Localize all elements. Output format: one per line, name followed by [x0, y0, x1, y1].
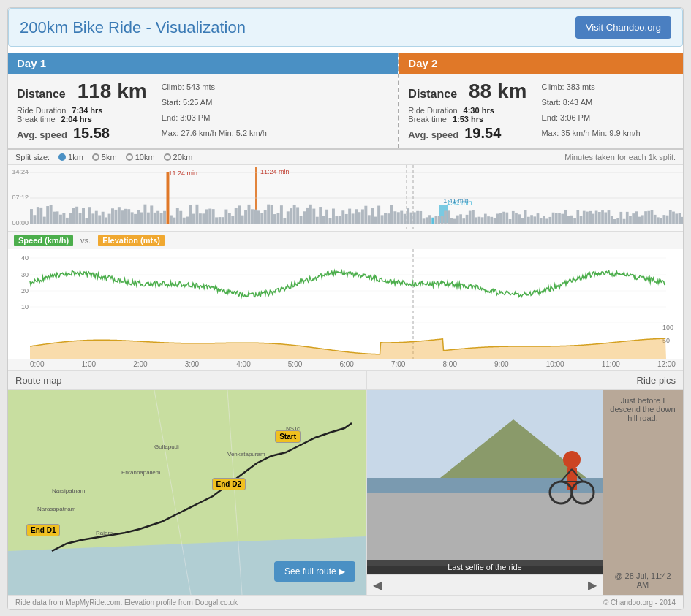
radio-5km-icon	[92, 153, 99, 161]
time-1: 1:00	[82, 360, 96, 368]
marker-end-d1: End D1	[26, 524, 60, 536]
legend-vs: vs.	[80, 236, 91, 245]
day1-distance-value: 118 km	[78, 80, 147, 103]
time-0: 0:00	[30, 360, 44, 368]
ride-pics-header: Ride pics	[367, 371, 683, 390]
day1-break-value: 2:04 hrs	[61, 115, 92, 123]
day1-climb: Climb: 543 mts	[162, 80, 267, 95]
day1-distance-label: Distance	[17, 88, 66, 101]
radio-1km-icon	[58, 153, 66, 161]
time-8: 8:00	[443, 360, 457, 368]
route-map-header: Route map	[8, 371, 366, 390]
time-7: 7:00	[391, 360, 405, 368]
see-full-route-button[interactable]: See full route ▶	[274, 561, 355, 582]
day1-start: Start: 5:25 AM	[162, 95, 267, 110]
svg-text:Erkannapallem: Erkannapallem	[121, 469, 161, 476]
day2-ride-dur-label: Ride Duration	[408, 106, 457, 115]
pic-nav[interactable]: ◀ ▶	[367, 574, 603, 595]
split-controls: Split size: 1km 5km 10km 20km Minutes ta…	[8, 150, 683, 165]
svg-rect-25	[367, 493, 603, 566]
day1-break-label: Break time	[17, 115, 56, 123]
time-5: 5:00	[288, 360, 302, 368]
day2-end: End: 3:06 PM	[541, 110, 640, 126]
day2-distance-block: Distance 88 km Ride Duration4:30 hrs Bre…	[408, 80, 526, 142]
day1-ride-dur-label: Ride Duration	[17, 106, 66, 115]
cyclist-photo-placeholder	[367, 390, 603, 566]
time-10: 10:00	[546, 360, 564, 368]
day2-maxmin: Max: 35 km/h Min: 9.9 km/h	[541, 126, 640, 141]
day1-avg-speed-value: 15.58	[73, 125, 110, 142]
pic-main-wrapper: Last selfie of the ride ◀ ▶	[367, 390, 603, 595]
day2-avg-speed-value: 19.54	[464, 125, 501, 142]
chart-legend: Speed (km/h) vs. Elevation (mts)	[8, 232, 683, 249]
day2-ride-dur-value: 4:30 hrs	[464, 106, 494, 115]
day2-distance-label: Distance	[408, 88, 457, 101]
pics-container: Last selfie of the ride ◀ ▶ Just before …	[367, 390, 683, 595]
day2-start: Start: 8:43 AM	[541, 95, 640, 110]
visit-chandoo-button[interactable]: Visit Chandoo.org	[575, 16, 671, 39]
marker-start: Start	[275, 430, 301, 443]
day1-distance-block: Distance 118 km Ride Duration7:34 hrs Br…	[17, 80, 147, 142]
pic-prev-icon[interactable]: ◀	[373, 578, 382, 592]
time-12: 12:00	[657, 360, 676, 368]
stats-panels: Day 1 Distance 118 km Ride Duration7:34 …	[8, 53, 683, 150]
footer: Ride data from MapMyRide.com. Elevation …	[8, 595, 683, 609]
pic-main: Last selfie of the ride	[367, 390, 603, 574]
time-4: 4:00	[236, 360, 250, 368]
route-map-panel: Route map Narasapatnam	[8, 371, 367, 595]
legend-speed: Speed (km/h)	[14, 235, 73, 246]
day1-end: End: 3:03 PM	[162, 110, 267, 126]
day2-header: Day 2	[399, 53, 683, 74]
footer-right: © Chandoo.org - 2014	[603, 598, 676, 607]
time-11: 11:00	[602, 360, 620, 368]
svg-text:Narsipatnam: Narsipatnam	[52, 487, 86, 494]
time-2: 2:00	[133, 360, 147, 368]
split-label: Split size:	[15, 153, 50, 161]
split-20km[interactable]: 20km	[164, 153, 193, 161]
split-1km[interactable]: 1km	[58, 153, 83, 161]
speed-elev-chart-canvas	[8, 249, 684, 359]
day2-panel: Day 2 Distance 88 km Ride Duration4:30 h…	[399, 53, 683, 148]
pic-caption: Last selfie of the ride	[367, 560, 603, 574]
speed-elev-chart-container	[8, 249, 683, 359]
day2-distance-value: 88 km	[469, 80, 526, 103]
day1-extra-stats: Climb: 543 mts Start: 5:25 AM End: 3:03 …	[162, 80, 267, 141]
day2-break-label: Break time	[408, 115, 447, 123]
split-10km[interactable]: 10km	[126, 153, 155, 161]
time-axis: 0:00 1:00 2:00 3:00 4:00 5:00 6:00 7:00 …	[8, 359, 683, 370]
day1-panel: Day 1 Distance 118 km Ride Duration7:34 …	[8, 53, 399, 148]
day2-stats: Distance 88 km Ride Duration4:30 hrs Bre…	[399, 74, 683, 148]
time-3: 3:00	[185, 360, 199, 368]
day1-ride-dur-value: 7:34 hrs	[72, 106, 102, 115]
svg-text:Gollapudi: Gollapudi	[154, 444, 179, 450]
svg-text:Venkatapuram: Venkatapuram	[227, 451, 265, 457]
day1-header: Day 1	[8, 53, 398, 74]
radio-10km-icon	[126, 153, 133, 161]
split-5km[interactable]: 5km	[92, 153, 117, 161]
time-6: 6:00	[339, 360, 353, 368]
svg-point-26	[563, 451, 581, 468]
time-9: 9:00	[494, 360, 508, 368]
pic-side-text: Just before I descend the down hill road…	[608, 396, 677, 422]
day2-break-value: 1:53 hrs	[453, 115, 483, 123]
svg-text:Narasapatnam: Narasapatnam	[37, 506, 76, 512]
day1-stats: Distance 118 km Ride Duration7:34 hrs Br…	[8, 74, 398, 148]
marker-end-d2: End D2	[212, 478, 246, 490]
day2-extra-stats: Climb: 383 mts Start: 8:43 AM End: 3:06 …	[541, 80, 640, 141]
bar-chart-container: 14:24 07:12 00:00 11:24 min	[8, 165, 683, 232]
bar-chart-canvas	[8, 165, 684, 231]
split-right-label: Minutes taken for each 1k split.	[564, 153, 676, 161]
bottom-section: Route map Narasapatnam	[8, 370, 683, 595]
page-title: 200km Bike Ride - Visualization	[20, 18, 246, 37]
split-options: Split size: 1km 5km 10km 20km	[15, 153, 192, 161]
svg-text:Rajam: Rajam	[96, 530, 113, 536]
legend-elev: Elevation (mts)	[98, 235, 165, 246]
ride-pics-panel: Ride pics	[367, 371, 683, 595]
page-header: 200km Bike Ride - Visualization Visit Ch…	[8, 8, 683, 47]
radio-20km-icon	[164, 153, 171, 161]
day2-climb: Climb: 383 mts	[541, 80, 640, 95]
pic-side: Just before I descend the down hill road…	[603, 390, 683, 595]
pic-next-icon[interactable]: ▶	[588, 578, 597, 592]
day2-avg-speed-label: Avg. speed	[408, 129, 458, 140]
map-container: Narasapatnam Gollapudi Venkatapuram NSTc…	[8, 390, 366, 595]
